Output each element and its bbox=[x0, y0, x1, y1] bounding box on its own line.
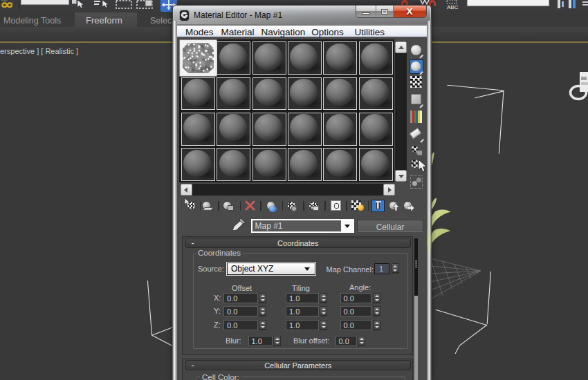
svg-text:ABC: ABC bbox=[447, 4, 459, 10]
